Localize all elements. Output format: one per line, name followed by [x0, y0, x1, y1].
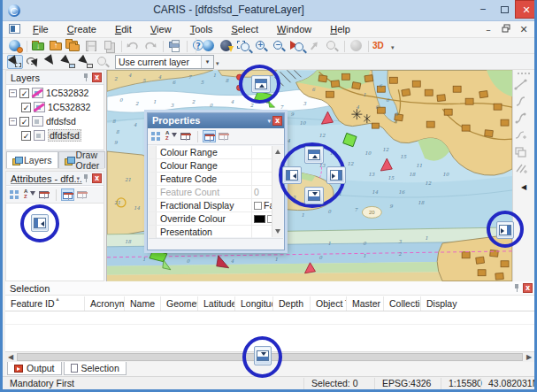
zoom-in-button[interactable]: + — [254, 39, 270, 53]
checkbox[interactable]: ✓ — [21, 131, 31, 141]
sort-az-icon[interactable]: AZ — [23, 188, 36, 201]
collapse-strip-icon[interactable]: ◀ — [513, 183, 534, 191]
copy-button[interactable] — [102, 39, 118, 53]
chevron-down-icon[interactable]: ▾ — [76, 173, 80, 183]
toolbar-overflow-icon[interactable]: ▾ — [391, 44, 395, 51]
chevron-down-icon[interactable]: ▾ — [267, 116, 271, 126]
create-spline-tool[interactable] — [513, 117, 529, 127]
column-header[interactable]: Display — [421, 296, 460, 311]
redo-button[interactable] — [143, 39, 159, 53]
create-line-tool[interactable] — [513, 83, 529, 94]
dock-guide-center-down[interactable] — [304, 187, 324, 204]
toolbar-grip[interactable] — [518, 73, 530, 74]
column-header[interactable]: Acronym — [85, 296, 125, 311]
table-view-icon[interactable] — [38, 188, 51, 201]
world-view-button[interactable] — [349, 39, 364, 53]
property-row[interactable]: Override ColourE — [149, 212, 283, 226]
zoom-out-button[interactable]: − — [272, 39, 288, 53]
tree-row[interactable]: − ✓ 1C532832 — [6, 86, 104, 100]
categorized-view-icon[interactable] — [150, 130, 163, 142]
property-row[interactable]: Fractional DisplayFalse — [149, 199, 283, 212]
horizontal-layout-icon[interactable] — [61, 188, 74, 201]
dock-guide-center-up[interactable] — [304, 146, 324, 164]
zoom-selection-button[interactable] — [325, 39, 341, 53]
tree-label[interactable]: 1C532832 — [48, 102, 90, 112]
minimize-button[interactable]: – — [473, 0, 493, 19]
create-curve-tool[interactable] — [513, 100, 529, 111]
checkbox[interactable]: ✓ — [19, 117, 29, 127]
maximize-button[interactable] — [495, 0, 514, 19]
checkbox[interactable] — [254, 202, 262, 210]
property-row[interactable]: Colour Range — [149, 159, 283, 173]
menu-view[interactable]: View — [149, 21, 173, 37]
property-row[interactable]: Feature Code — [149, 173, 283, 186]
create-area-tool[interactable] — [513, 150, 529, 161]
tree-label[interactable]: dfdsfsd — [48, 129, 81, 142]
tab-draw-order[interactable]: Draw Order — [58, 151, 106, 168]
tab-layers[interactable]: Layers — [6, 151, 58, 168]
toolbar-overflow-icon[interactable]: ▾ — [216, 60, 219, 67]
tree-label[interactable]: 1C532832 — [46, 88, 88, 98]
tab-output[interactable]: Output — [7, 362, 62, 375]
menu-window[interactable]: Window — [275, 21, 313, 37]
select-subtract-rect-tool[interactable] — [78, 55, 94, 69]
menu-create[interactable]: Create — [65, 21, 98, 37]
refresh-view-button[interactable] — [219, 39, 234, 53]
column-header[interactable]: Longitude — [235, 296, 273, 311]
close-icon[interactable]: x — [92, 73, 102, 82]
menu-tools[interactable]: Tools — [188, 21, 215, 37]
categorized-view-icon[interactable] — [8, 188, 21, 201]
column-header[interactable]: Feature ID▲ — [5, 296, 85, 311]
combobox-dropdown-icon[interactable]: ▾ — [201, 56, 213, 68]
open-button[interactable]: ↑ — [49, 39, 65, 53]
fit-view-button[interactable] — [201, 39, 217, 53]
column-header[interactable]: Depth — [273, 296, 311, 311]
scroll-up-icon[interactable] — [275, 150, 280, 154]
open-recent-button[interactable] — [66, 39, 82, 53]
close-icon[interactable]: x — [272, 116, 282, 126]
scroll-left-icon[interactable]: ◀ — [5, 352, 16, 362]
view-3d-button[interactable]: 3D — [372, 39, 388, 53]
dock-guide-top[interactable] — [251, 75, 271, 93]
close-button[interactable]: ✕ — [515, 0, 537, 19]
properties-title-bar[interactable]: Properties ▾ x — [148, 113, 284, 128]
checkbox[interactable]: ✓ — [21, 103, 31, 112]
zoom-area-button[interactable] — [236, 39, 252, 53]
column-header[interactable]: Object T... — [311, 296, 347, 311]
checkbox[interactable]: ✓ — [19, 88, 29, 98]
select-lasso-tool[interactable] — [25, 55, 41, 69]
vertical-layout-icon[interactable] — [218, 130, 231, 142]
mdi-minimize-button[interactable]: – — [480, 23, 496, 36]
select-zoom-tool[interactable] — [96, 55, 111, 69]
menu-file[interactable]: File — [31, 21, 50, 37]
column-header[interactable]: Name — [125, 296, 161, 311]
pin-icon[interactable] — [81, 173, 90, 183]
select-rectangle-tool[interactable] — [7, 55, 23, 69]
tree-row[interactable]: − ✓ dfdsfsd — [6, 114, 104, 128]
caris-new-button[interactable] — [7, 39, 23, 53]
pan-button[interactable] — [307, 39, 323, 53]
save-button[interactable] — [84, 39, 100, 53]
column-header[interactable]: Master F... — [347, 296, 384, 311]
create-hatch-tool[interactable] — [513, 167, 529, 178]
vertical-layout-icon[interactable] — [76, 188, 89, 201]
property-row[interactable]: Colour Range — [149, 146, 283, 159]
select-add-rect-tool[interactable] — [60, 55, 76, 69]
print-button[interactable] — [167, 39, 183, 53]
tree-label[interactable]: dfdsfsd — [46, 116, 76, 127]
horizontal-layout-icon[interactable] — [203, 130, 216, 142]
dock-guide-bottom[interactable] — [254, 346, 272, 365]
dock-guide-left[interactable] — [31, 214, 49, 232]
column-header[interactable]: Geometry — [161, 296, 198, 311]
zoom-previous-button[interactable] — [289, 39, 305, 53]
tab-selection[interactable]: Selection — [64, 362, 127, 375]
mdi-restore-button[interactable] — [498, 23, 514, 36]
undo-button[interactable] — [126, 39, 142, 53]
select-point-tool[interactable] — [42, 55, 58, 69]
expander-icon[interactable]: − — [9, 118, 17, 126]
column-header[interactable]: Latitude — [198, 296, 235, 311]
menu-edit[interactable]: Edit — [113, 21, 134, 37]
menu-select[interactable]: Select — [229, 21, 260, 37]
table-view-icon[interactable] — [180, 130, 193, 142]
pin-icon[interactable] — [81, 73, 90, 82]
